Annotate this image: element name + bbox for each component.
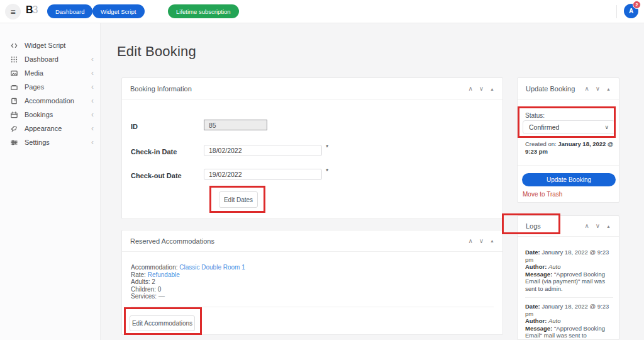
move-down-icon[interactable]: ∨ bbox=[479, 86, 484, 92]
sidebar-item-label: Media bbox=[25, 69, 43, 77]
edit-accommodations-button[interactable]: Edit Accommodations bbox=[130, 315, 195, 331]
children-row: Children: 0 bbox=[131, 286, 245, 293]
app-logo: B3 bbox=[26, 4, 37, 16]
chevron-left-icon: ‹ bbox=[91, 83, 94, 91]
update-booking-panel: Update Booking ∧ ∨ ▲ Status: Confirmed ∨… bbox=[517, 77, 619, 203]
panel-header: Logs ∧ ∨ ▲ bbox=[518, 216, 619, 237]
log-author-label: Author: bbox=[525, 317, 548, 324]
reserved-accommodations-panel: Reserved Accommodations ∧ ∨ ▲ Accommodat… bbox=[121, 230, 503, 335]
sidebar-item-label: Bookings bbox=[25, 111, 53, 118]
log-entry: Date: January 18, 2022 @ 9:23 pm Author:… bbox=[525, 249, 613, 292]
sidebar: Widget Script Dashboard ‹ Media ‹ Pages … bbox=[0, 23, 101, 340]
collapse-icon[interactable]: ▲ bbox=[606, 224, 611, 229]
checkin-label: Check-in Date bbox=[131, 148, 177, 156]
collapse-icon[interactable]: ▲ bbox=[490, 87, 494, 91]
sidebar-item-accommodation[interactable]: Accommodation ‹ bbox=[0, 94, 100, 108]
brush-icon bbox=[9, 124, 18, 133]
chevron-left-icon: ‹ bbox=[91, 69, 94, 77]
children-value: 0 bbox=[158, 286, 162, 293]
status-selected-value: Confirmed bbox=[529, 123, 559, 131]
sliders-icon bbox=[9, 138, 18, 147]
divider bbox=[131, 307, 494, 307]
hamburger-menu-icon[interactable]: ≡ bbox=[5, 4, 21, 20]
move-up-icon[interactable]: ∧ bbox=[468, 86, 472, 92]
sidebar-item-label: Accommodation bbox=[25, 97, 74, 105]
checkout-label: Check-out Date bbox=[131, 172, 182, 179]
grid-icon bbox=[9, 55, 18, 64]
topbar-divider bbox=[616, 5, 617, 18]
rate-link[interactable]: Refundable bbox=[148, 271, 180, 278]
panel-title: Logs bbox=[526, 222, 541, 230]
sidebar-item-settings[interactable]: Settings ‹ bbox=[0, 135, 100, 149]
notification-badge: 2 bbox=[633, 1, 641, 9]
panel-title: Booking Information bbox=[130, 85, 192, 93]
sidebar-item-bookings[interactable]: Bookings ‹ bbox=[0, 108, 100, 122]
divider bbox=[525, 297, 613, 298]
logo-letter: B bbox=[26, 4, 33, 15]
chevron-left-icon: ‹ bbox=[91, 97, 94, 105]
services-label: Services: bbox=[131, 293, 157, 300]
log-date-label: Date: bbox=[525, 249, 541, 256]
log-message-label: Message: bbox=[525, 271, 554, 278]
services-value: — bbox=[158, 293, 165, 300]
dashboard-button[interactable]: Dashboard bbox=[47, 4, 92, 18]
checkin-field[interactable] bbox=[204, 145, 322, 156]
panel-header: Booking Information ∧ ∨ ▲ bbox=[122, 78, 502, 100]
sidebar-item-media[interactable]: Media ‹ bbox=[0, 66, 100, 80]
chevron-left-icon: ‹ bbox=[91, 125, 94, 132]
book-icon bbox=[9, 96, 18, 105]
sidebar-item-pages[interactable]: Pages ‹ bbox=[0, 80, 100, 94]
edit-dates-button[interactable]: Edit Dates bbox=[219, 191, 258, 208]
accommodation-row: Accommodation: Classic Double Room 1 bbox=[131, 264, 245, 271]
accommodation-link[interactable]: Classic Double Room 1 bbox=[179, 264, 245, 271]
log-date-label: Date: bbox=[525, 303, 541, 310]
sidebar-item-dashboard[interactable]: Dashboard ‹ bbox=[0, 52, 100, 66]
divider bbox=[518, 165, 619, 166]
log-entry: Date: January 18, 2022 @ 9:23 pm Author:… bbox=[525, 303, 613, 340]
update-booking-button[interactable]: Update Booking bbox=[522, 173, 616, 186]
calendar-icon bbox=[9, 110, 18, 119]
chevron-left-icon: ‹ bbox=[91, 55, 94, 63]
status-select[interactable]: Confirmed ∨ bbox=[523, 120, 615, 134]
log-author-value: Auto bbox=[548, 317, 561, 324]
checkout-field[interactable] bbox=[204, 169, 322, 180]
page-title: Edit Booking bbox=[117, 43, 196, 60]
children-label: Children: bbox=[131, 286, 156, 293]
chevron-left-icon: ‹ bbox=[91, 139, 94, 146]
sidebar-item-label: Pages bbox=[25, 83, 44, 91]
move-up-icon[interactable]: ∧ bbox=[584, 223, 589, 229]
services-row: Services: — bbox=[131, 293, 245, 300]
sidebar-item-label: Settings bbox=[25, 139, 50, 146]
move-to-trash-link[interactable]: Move to Trash bbox=[523, 191, 562, 198]
created-on-label: Created on: bbox=[525, 140, 558, 147]
folder-icon bbox=[9, 82, 18, 91]
log-message-label: Message: bbox=[525, 325, 554, 332]
logo-mark: 3 bbox=[33, 4, 38, 15]
lifetime-subscription-button[interactable]: Lifetime subscription bbox=[168, 4, 239, 18]
move-up-icon[interactable]: ∧ bbox=[584, 86, 589, 92]
collapse-icon[interactable]: ▲ bbox=[606, 87, 611, 91]
sidebar-item-widget-script[interactable]: Widget Script bbox=[0, 38, 100, 52]
move-down-icon[interactable]: ∨ bbox=[479, 238, 484, 244]
move-up-icon[interactable]: ∧ bbox=[468, 238, 472, 244]
sidebar-item-label: Appearance bbox=[25, 125, 62, 132]
sidebar-item-label: Dashboard bbox=[25, 55, 58, 63]
move-down-icon[interactable]: ∨ bbox=[596, 86, 600, 92]
image-icon bbox=[9, 69, 18, 77]
collapse-icon[interactable]: ▲ bbox=[490, 239, 494, 243]
sidebar-item-appearance[interactable]: Appearance ‹ bbox=[0, 122, 100, 135]
accommodation-label: Accommodation: bbox=[131, 264, 177, 271]
widget-script-button[interactable]: Widget Script bbox=[92, 4, 145, 18]
chevron-left-icon: ‹ bbox=[91, 111, 94, 118]
code-icon bbox=[9, 41, 18, 50]
adults-value: 2 bbox=[152, 278, 155, 285]
id-label: ID bbox=[131, 123, 138, 130]
log-author-label: Author: bbox=[525, 263, 548, 270]
panel-header: Update Booking ∧ ∨ ▲ bbox=[518, 78, 619, 100]
rate-row: Rate: Refundable bbox=[131, 271, 245, 279]
panel-title: Update Booking bbox=[526, 85, 575, 93]
move-down-icon[interactable]: ∨ bbox=[596, 223, 600, 229]
required-asterisk: * bbox=[326, 167, 328, 175]
logs-panel: Logs ∧ ∨ ▲ Date: January 18, 2022 @ 9:23… bbox=[517, 215, 619, 340]
booking-information-panel: Booking Information ∧ ∨ ▲ ID Check-in Da… bbox=[121, 77, 503, 219]
